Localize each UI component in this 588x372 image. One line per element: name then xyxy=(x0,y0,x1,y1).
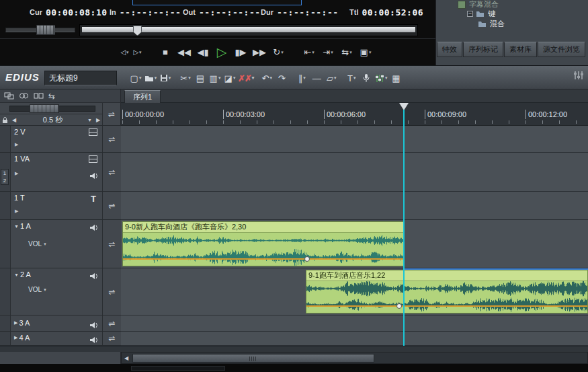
rewind-button[interactable]: ◀◀ xyxy=(176,44,192,61)
sync-mode-button[interactable] xyxy=(19,92,29,100)
timecode-value[interactable]: 00:00:08:10 xyxy=(46,7,108,17)
position-scrubber[interactable] xyxy=(79,24,418,36)
save-project-button[interactable]: ▾ xyxy=(159,70,172,86)
audio-mixer-button[interactable]: ▾ xyxy=(374,70,388,86)
track-header-1t[interactable]: 1 T ▶ T ⇌ xyxy=(0,192,121,220)
stop-button[interactable]: ■ xyxy=(157,44,173,61)
audio-channel-badge[interactable]: 1 2 xyxy=(1,169,9,185)
speaker-icon[interactable] xyxy=(89,270,99,283)
lane-2a[interactable]: 9-1跑车到酒店音乐1,22 xyxy=(121,268,588,315)
expand-arrow-icon[interactable]: ▶ xyxy=(15,171,18,176)
export-button[interactable]: ▣▾ xyxy=(358,44,374,61)
copy-button[interactable]: ▤ xyxy=(194,70,207,86)
audio-clip-2[interactable]: 9-1跑车到酒店音乐1,22 xyxy=(306,270,588,313)
tree-item[interactable]: − 键 xyxy=(436,9,588,19)
track-patch-icon[interactable]: ⇌ xyxy=(102,192,121,219)
sequence-tab[interactable]: 序列1 xyxy=(124,90,161,103)
play-button[interactable]: ▷ xyxy=(214,44,230,61)
tree-item[interactable]: 字幕混合 xyxy=(436,0,588,9)
tree-item[interactable]: 混合 xyxy=(436,19,588,29)
add-cut-point-button[interactable]: ∥▾ xyxy=(295,70,308,86)
track-header-1va[interactable]: 1 2 1 VA ▶ ⇌ xyxy=(0,153,121,192)
palette-tab[interactable]: 序列标记 xyxy=(463,42,503,57)
default-transition-button[interactable]: ▱▾ xyxy=(325,70,338,86)
mark-out-button[interactable]: ▷▾ xyxy=(132,44,142,61)
ripple-mode-button[interactable] xyxy=(34,92,44,100)
timecode-value[interactable]: --:--:--:-- xyxy=(120,7,181,17)
scale-value[interactable]: 0.5 秒 xyxy=(18,115,87,125)
insert-mode-button[interactable] xyxy=(4,92,14,100)
track-header-2a[interactable]: ▼2 A VOL▼ ⇌ xyxy=(0,268,121,315)
pan-settings-button[interactable] xyxy=(573,71,584,83)
lane-1t[interactable] xyxy=(121,192,588,220)
volume-keyframe[interactable] xyxy=(304,256,310,262)
replace-button[interactable]: ◪▾ xyxy=(223,70,237,86)
volume-lane-selector[interactable]: VOL▼ xyxy=(28,240,47,248)
scrollbar-thumb[interactable] xyxy=(132,354,374,363)
swap-tracks-button[interactable]: ⇆ xyxy=(48,91,55,101)
audio-clip-1[interactable]: 9-0新人跑车向酒店《跑车音乐》2,30 xyxy=(122,221,404,266)
palette-tab[interactable]: 素材库 xyxy=(504,42,537,57)
title-track-icon[interactable]: T xyxy=(91,194,96,204)
scale-prev-button[interactable]: ◀ xyxy=(10,117,18,123)
zoom-slider-handle[interactable] xyxy=(30,104,59,113)
expand-arrow-icon[interactable]: ▶ xyxy=(15,142,18,147)
video-thumbnail-icon[interactable] xyxy=(89,128,97,136)
lane-1va[interactable] xyxy=(121,153,588,192)
speaker-icon[interactable] xyxy=(89,170,99,182)
goto-out-button[interactable]: ⇥▾ xyxy=(320,44,336,61)
lane-1a[interactable]: 9-0新人跑车向酒店《跑车音乐》2,30 xyxy=(121,220,588,268)
shuttle-slider[interactable] xyxy=(5,25,75,34)
loop-button[interactable]: ↻▾ xyxy=(270,44,286,61)
timecode-value[interactable]: 00:00:52:06 xyxy=(362,7,423,17)
speaker-icon[interactable] xyxy=(89,222,99,234)
lane-2v[interactable] xyxy=(121,126,588,153)
step-forward-button[interactable]: ▮▶ xyxy=(233,44,249,61)
cut-button[interactable]: ✂▾ xyxy=(179,70,192,86)
volume-rubber-band[interactable] xyxy=(123,258,403,260)
volume-keyframe[interactable] xyxy=(396,303,402,309)
open-project-button[interactable]: ▾ xyxy=(144,70,157,86)
lane-3a[interactable] xyxy=(121,315,588,332)
expand-arrow-icon[interactable]: ▶ xyxy=(14,320,17,326)
timecode-value[interactable]: --:--:--:-- xyxy=(199,7,261,17)
video-thumbnail-icon[interactable] xyxy=(89,155,97,163)
grid-button[interactable]: ▦ xyxy=(389,70,403,86)
mark-in-button[interactable]: ◁▾ xyxy=(120,44,130,61)
track-header-1a[interactable]: ▼1 A VOL▼ ⇌ xyxy=(0,220,121,268)
timeline-ruler[interactable]: 00:00:00:00 00:00:03:00 00:00:06:00 00:0… xyxy=(121,103,588,126)
collapse-icon[interactable]: − xyxy=(467,11,473,17)
set-marker-button[interactable]: — xyxy=(310,70,323,86)
track-patch-icon[interactable]: ⇌ xyxy=(102,126,121,152)
scale-dropdown-icon[interactable]: ▼ xyxy=(87,118,94,122)
volume-rubber-band[interactable] xyxy=(306,305,587,307)
track-patch-icon[interactable]: ⇌ xyxy=(102,315,121,331)
track-patch-icon[interactable]: ⇌ xyxy=(102,268,121,315)
palette-tab[interactable]: 特效 xyxy=(437,42,462,57)
track-header-4a[interactable]: ▶4 A ⇌ xyxy=(0,332,121,346)
palette-tab[interactable]: 源文件浏览 xyxy=(538,42,585,57)
step-back-button[interactable]: ◀▮ xyxy=(195,44,211,61)
scrubber-bar[interactable] xyxy=(82,27,415,32)
paste-button[interactable]: ▥▾ xyxy=(208,70,222,86)
expand-arrow-icon[interactable]: ▶ xyxy=(15,209,18,214)
fast-forward-button[interactable]: ▶▶ xyxy=(251,44,267,61)
track-header-2v[interactable]: 2 V ▶ ⇌ xyxy=(0,126,121,153)
timecode-value[interactable]: --:--:--:-- xyxy=(277,7,339,17)
collapse-arrow-icon[interactable]: ▼ xyxy=(14,272,19,277)
horizontal-scrollbar[interactable]: ◀ xyxy=(121,352,588,364)
volume-lane-selector[interactable]: VOL▼ xyxy=(28,286,47,293)
collapse-arrow-icon[interactable]: ▼ xyxy=(14,224,19,229)
track-patch-icon[interactable]: ⇌ xyxy=(102,332,121,345)
voice-over-button[interactable] xyxy=(360,70,373,86)
speaker-icon[interactable] xyxy=(89,334,99,346)
expand-arrow-icon[interactable]: ▶ xyxy=(14,335,17,340)
undo-button[interactable]: ↶▾ xyxy=(260,70,274,86)
scale-next-button[interactable]: ▶ xyxy=(94,117,102,123)
goto-in-button[interactable]: ⇤▾ xyxy=(301,44,317,61)
title-button[interactable]: T▾ xyxy=(345,70,358,86)
track-patch-icon[interactable]: ⇌ xyxy=(102,153,121,191)
speaker-icon[interactable] xyxy=(89,320,99,332)
scroll-left-arrow[interactable]: ◀ xyxy=(122,354,130,363)
shuttle-handle[interactable] xyxy=(36,25,55,35)
